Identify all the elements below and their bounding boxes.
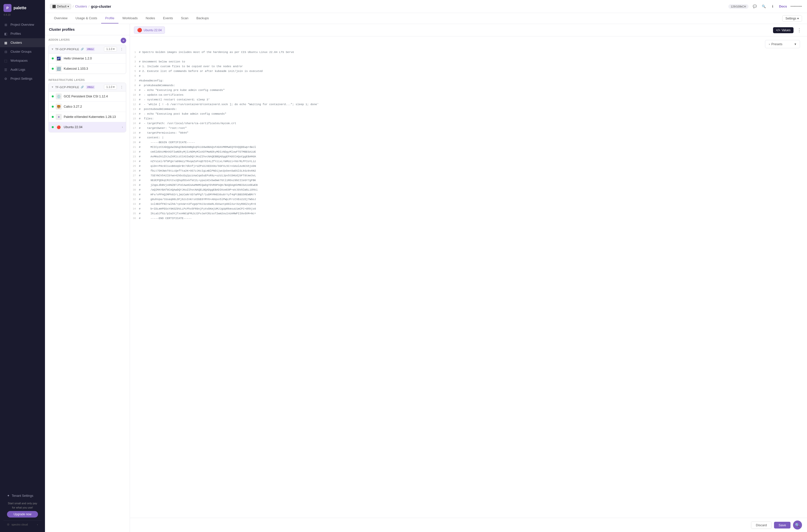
tab-events[interactable]: Events [159,13,177,23]
sidebar-label-profiles: Profiles [11,32,21,36]
line-content: # targetOwner: "root:root" [139,126,807,131]
editor-header: 🔴 Ubuntu 22.04 </> Values ⋮ [130,24,807,36]
line-number: 29 [130,183,139,188]
line-number: 3 [130,60,139,64]
env-selector[interactable]: ⬛ Default ▾ [50,4,71,9]
line-content: # - echo "Executing post kube admin conf… [139,112,807,117]
line-content: # Spectro Golden images includes most of… [139,50,807,55]
tab-profile[interactable]: Profile [101,13,118,23]
line-content: # content: | [139,136,807,140]
tab-workloads[interactable]: Workloads [118,13,142,23]
breadcrumb-clusters-link[interactable]: Clusters [75,4,87,8]
notifications-icon[interactable]: 💬 [752,4,757,9]
tab-scan[interactable]: Scan [177,13,192,23]
breadcrumb-sep-1: / [73,4,74,8]
presets-row: › Presets ▾ [130,36,807,50]
gce-disk-label: GCE Persistent Disk CSI 1.12.4 [64,95,123,98]
sidebar-nav: ⊞ Project Overview ◧ Profiles ▦ Clusters… [0,19,45,490]
code-line: 16# - targetPath: /usr/local/share/ca-ce… [130,121,807,126]
code-line: 23# AxMKa3ViZXJuZXRlczCCASIwDQYJKoZIhvcN… [130,155,807,159]
docs-link[interactable]: Docs [779,4,787,8]
addon-profile-name: TF-GCP-PROFILE [55,48,79,51]
breadcrumb: ⬛ Default ▾ / Clusters / gcp-cluster [50,4,111,9]
sidebar-item-cluster-groups[interactable]: ⊟ Cluster Groups [0,47,45,56]
infra-profile-header[interactable]: ▼ TF-GCP-PROFILE 🔗 PROJ 1.1.0 ▾ ⋮ [49,83,126,91]
spectro-label: spectro cloud [12,523,28,526]
tab-nodes[interactable]: Nodes [142,13,159,23]
layer-item-calico[interactable]: 🐯 Calico 3.27.2 [49,102,126,112]
infra-link-icon[interactable]: 🔗 [81,86,84,89]
sidebar-item-tenant-settings[interactable]: ✦ Tenant Settings [3,492,41,499]
infra-version-selector[interactable]: 1.1.0 ▾ [104,85,117,90]
addon-more-icon[interactable]: ⋮ [120,47,124,51]
addon-link-icon[interactable]: 🔗 [81,48,84,51]
code-line: 3# Uncomment below section to [130,60,807,64]
layer-item-gce-disk[interactable]: 💿 GCE Persistent Disk CSI 1.12.4 [49,91,126,102]
addon-profile-header[interactable]: ▼ TF-GCP-PROFILE 🔗 PROJ 1.1.0 ▾ ⋮ [49,45,126,54]
file-tab-ubuntu[interactable]: 🔴 Ubuntu 22.04 [134,26,165,34]
sidebar-item-workspaces[interactable]: ⬚ Workspaces [0,56,45,65]
line-content: # -----END CERTIFICATE----- [139,216,807,221]
add-addon-button[interactable]: + [121,38,126,43]
code-line: 25# qiDn+P8c9I1uxB6UqGrBt7dkXfjrUZPsOJXE… [130,164,807,169]
presets-dropdown[interactable]: › Presets ▾ [765,40,800,48]
info-icon[interactable]: ℹ [770,4,775,9]
upsell-text: Start small and only pay for what you us… [3,499,41,519]
editor-toolbar: </> Values ⋮ [773,27,803,34]
layer-item-ubuntu[interactable]: 🔴 Ubuntu 22.04 › [49,122,126,132]
code-line: 32# g8uhnpa/tGsaq08LOFj6zsInKrsXSbE6YMY6… [130,197,807,202]
layer-item-hello-universe[interactable]: 🌌 Hello Universe 1.2.0 [49,54,126,64]
save-button[interactable]: Save [774,522,790,529]
sidebar-item-project-settings[interactable]: ⚙ Project Settings [0,74,45,83]
layer-item-kubecost[interactable]: 🔢 Kubecost 1.103.3 [49,64,126,74]
tab-backups[interactable]: Backups [192,13,213,23]
line-number: 17 [130,126,139,131]
file-icon: 🔴 [137,28,142,33]
addon-version-selector[interactable]: 1.1.0 ▾ [104,47,117,52]
line-number: 14 [130,112,139,117]
ubuntu-arrow-icon: › [122,126,123,129]
editor-more-icon[interactable]: ⋮ [795,27,803,34]
line-content: # nZYs1el/6f9PgV/a09mzy7MvqaZoFnqD7OI4LZ… [139,159,807,164]
tab-overview[interactable]: Overview [50,13,72,23]
line-number: 22 [130,150,139,155]
sidebar-item-audit-logs[interactable]: ☰ Audit Logs [0,65,45,74]
layer-item-palette-k8s[interactable]: ✦ Palette eXtended Kubernetes 1.28.13 [49,112,126,122]
line-content: # /wQIMAYBAf8CAQAwDQYJKoZIhvcNAQELBQADgg… [139,188,807,193]
spectro-icon: ◎ [7,523,10,526]
line-content: # 1. Include custom files to be copied o… [139,64,807,69]
calico-icon: 🐯 [56,104,62,110]
collapse-icon[interactable]: ‹ [37,523,38,526]
line-content: # preKubeadmCommands: [139,83,807,88]
search-button[interactable]: 🔍 [793,520,802,530]
sidebar: P palette 4.4.19 ⊞ Project Overview ◧ Pr… [0,0,45,532]
tab-usage-costs[interactable]: Usage & Costs [72,13,101,23]
line-content: # fbLt7DH3WoT6tLcQefTta2K+9S7zJKcIgLmBlP… [139,169,807,174]
code-editor[interactable]: 1# Spectro Golden images includes most o… [130,50,807,518]
search-topbar-icon[interactable]: 🔍 [761,4,767,9]
line-number: 16 [130,121,139,126]
sidebar-item-clusters[interactable]: ▦ Clusters [0,38,45,47]
sidebar-label-audit-logs: Audit Logs [11,68,25,72]
sidebar-item-project-overview[interactable]: ⊞ Project Overview [0,20,45,29]
code-line: 11# - systemctl restart containerd; slee… [130,98,807,102]
infra-layers-label: INFRASTRUCTURE LAYERS [49,79,85,81]
line-content: # HFv/vPPAQ2MPk02rLjWzCaNrXD7aPPgT/1uDMY… [139,193,807,197]
line-content: # - systemctl restart containerd; sleep … [139,98,807,102]
settings-button[interactable]: Settings ▾ [782,15,802,22]
code-line: 28# 9EdCPQDkqtMJtCvzQhqd5SxkfeC2L+ypaiHI… [130,178,807,183]
line-number: 23 [130,155,139,159]
line-number: 2 [130,55,139,60]
sidebar-item-profiles[interactable]: ◧ Profiles [0,29,45,38]
line-content: # 2. Execute list of commands before or … [139,69,807,74]
presets-label: Presets [771,42,782,46]
upgrade-button[interactable]: Upgrade now [7,511,38,517]
line-content: # g8uhnpa/tGsaq08LOFj6zsInKrsXSbE6YMY6+A… [139,197,807,202]
values-button[interactable]: </> Values [773,27,793,33]
infra-more-icon[interactable]: ⋮ [120,85,124,89]
code-line: 36# -----END CERTIFICATE----- [130,216,807,221]
line-number: 20 [130,140,139,145]
line-content: # files: [139,117,807,121]
code-line: 12# - 'while [ ! -S /var/run/containerd/… [130,102,807,107]
discard-button[interactable]: Discard [751,521,771,529]
